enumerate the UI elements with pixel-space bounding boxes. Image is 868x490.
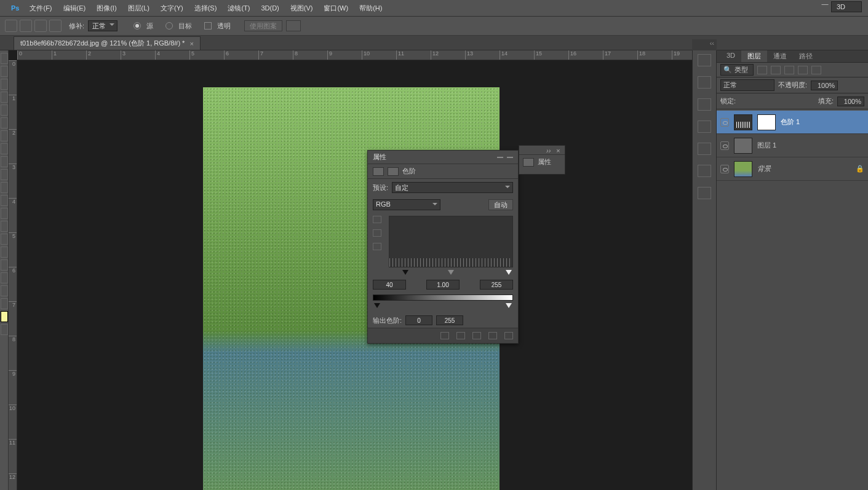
dock-close-icon[interactable]: × xyxy=(556,147,562,153)
input-black[interactable] xyxy=(373,280,406,290)
layer-thumb-levels[interactable] xyxy=(734,114,752,130)
output-white[interactable] xyxy=(436,315,463,325)
panel-collapse-icon[interactable] xyxy=(507,157,513,158)
trash-icon[interactable] xyxy=(504,332,513,339)
filter-type-icon[interactable] xyxy=(784,66,794,74)
eyedropper-gray-icon[interactable] xyxy=(373,229,381,237)
layer-thumb-bg[interactable] xyxy=(734,161,752,177)
properties-tab-header[interactable]: 属性 xyxy=(368,151,518,164)
black-point-slider[interactable] xyxy=(402,270,408,275)
tab-3d[interactable]: 3D xyxy=(720,50,741,62)
filter-kind-select[interactable]: 🔍 类型 xyxy=(720,64,754,76)
tool-gradient[interactable] xyxy=(1,195,8,206)
tool-wand[interactable] xyxy=(1,92,8,103)
filter-smart-icon[interactable] xyxy=(811,66,821,74)
sel-sub-icon[interactable] xyxy=(34,20,47,32)
swatches-panel-icon[interactable] xyxy=(698,76,711,89)
tool-dodge[interactable] xyxy=(1,221,8,232)
opacity-value[interactable]: 100% xyxy=(811,81,838,90)
fill-value[interactable]: 100% xyxy=(837,97,864,106)
white-point-slider[interactable] xyxy=(506,270,512,275)
input-sliders[interactable] xyxy=(389,270,513,277)
layer-thumb[interactable] xyxy=(734,138,752,154)
out-black-slider[interactable] xyxy=(374,303,380,308)
output-black[interactable] xyxy=(405,315,432,325)
out-white-slider[interactable] xyxy=(506,303,512,308)
lock-trans-icon[interactable] xyxy=(739,97,748,106)
color-panel-icon[interactable] xyxy=(698,54,711,66)
tool-history[interactable] xyxy=(1,169,8,180)
close-tab-icon[interactable]: × xyxy=(189,40,193,47)
layer-name[interactable]: 色阶 1 xyxy=(781,117,800,127)
visibility-icon[interactable] xyxy=(488,332,497,339)
use-pattern-button[interactable]: 使用图案 xyxy=(244,20,282,31)
sel-add-icon[interactable] xyxy=(20,20,32,32)
channel-select[interactable]: RGB xyxy=(373,199,440,210)
layer-name[interactable]: 图层 1 xyxy=(757,141,776,150)
sel-int-icon[interactable] xyxy=(49,20,62,32)
gamma-slider[interactable] xyxy=(448,270,454,275)
tool-path[interactable] xyxy=(1,259,8,271)
eyedropper-black-icon[interactable] xyxy=(373,216,381,223)
input-gamma[interactable] xyxy=(426,280,460,290)
pattern-picker[interactable] xyxy=(286,20,301,31)
auto-button[interactable]: 自动 xyxy=(488,199,513,210)
sel-new-icon[interactable] xyxy=(5,20,17,32)
input-white[interactable] xyxy=(480,280,513,290)
workspace-select[interactable]: 3D xyxy=(831,1,862,12)
tool-blur[interactable] xyxy=(1,208,8,219)
menu-type[interactable]: 文字(Y) xyxy=(155,4,189,13)
menu-file[interactable]: 文件(F) xyxy=(24,4,57,13)
filter-pixel-icon[interactable] xyxy=(757,66,767,74)
clip-icon[interactable] xyxy=(440,332,449,339)
tool-pen[interactable] xyxy=(1,234,8,245)
reset-icon[interactable] xyxy=(472,332,481,339)
blend-mode-select[interactable]: 正常 xyxy=(720,79,774,91)
menu-layer[interactable]: 图层(L) xyxy=(122,4,155,13)
layer-row[interactable]: 背景 🔒 xyxy=(717,157,868,181)
menu-select[interactable]: 选择(S) xyxy=(189,4,223,13)
visibility-toggle[interactable] xyxy=(720,141,729,150)
tools-panel-icon[interactable] xyxy=(698,187,711,199)
dest-radio[interactable] xyxy=(165,22,173,30)
layer-row[interactable]: 色阶 1 xyxy=(717,111,868,134)
tool-brush[interactable] xyxy=(1,143,8,154)
view-previous-icon[interactable] xyxy=(456,332,465,339)
lock-all-icon[interactable] xyxy=(776,97,785,106)
styles-panel-icon[interactable] xyxy=(698,121,711,133)
properties-dock[interactable]: ››× 属性 xyxy=(519,145,565,175)
filter-shape-icon[interactable] xyxy=(798,66,808,74)
tab-paths[interactable]: 路径 xyxy=(793,50,819,62)
menu-filter[interactable]: 滤镜(T) xyxy=(222,4,255,13)
menu-help[interactable]: 帮助(H) xyxy=(354,4,388,13)
menu-view[interactable]: 视图(V) xyxy=(285,4,319,13)
visibility-toggle[interactable] xyxy=(720,165,729,173)
tool-quickmask[interactable] xyxy=(1,324,8,335)
eyedropper-white-icon[interactable] xyxy=(373,243,381,250)
tool-stamp[interactable] xyxy=(1,156,8,167)
transparent-check[interactable] xyxy=(204,22,212,30)
adjustments-panel-icon[interactable] xyxy=(698,98,711,111)
character-panel-icon[interactable] xyxy=(698,143,711,155)
panel-collapse-arrows[interactable]: ‹‹ xyxy=(692,39,717,50)
tool-zoom[interactable] xyxy=(1,298,8,309)
paragraph-panel-icon[interactable] xyxy=(698,165,711,177)
tool-lasso[interactable] xyxy=(1,79,8,90)
tool-shape[interactable] xyxy=(1,272,8,283)
layer-mask-thumb[interactable] xyxy=(757,114,776,130)
tool-hand[interactable] xyxy=(1,285,8,296)
tab-layers[interactable]: 图层 xyxy=(741,50,767,62)
preset-select[interactable]: 自定 xyxy=(392,182,513,193)
visibility-toggle[interactable] xyxy=(720,118,729,127)
tool-marquee[interactable] xyxy=(1,53,8,64)
tab-channels[interactable]: 通道 xyxy=(767,50,793,62)
menu-3d[interactable]: 3D(D) xyxy=(255,4,284,12)
tool-eraser[interactable] xyxy=(1,182,8,193)
document-tab[interactable]: t01b8ef66b782b672dd.jpg @ 121% (色阶 1, RG… xyxy=(14,36,201,50)
dock-collapse-icon[interactable]: ›› xyxy=(546,147,552,153)
menu-edit[interactable]: 编辑(E) xyxy=(58,4,92,13)
panel-menu-icon[interactable] xyxy=(497,157,503,158)
tool-heal[interactable] xyxy=(1,130,8,141)
tool-type[interactable] xyxy=(1,247,8,258)
filter-adjust-icon[interactable] xyxy=(771,66,781,74)
